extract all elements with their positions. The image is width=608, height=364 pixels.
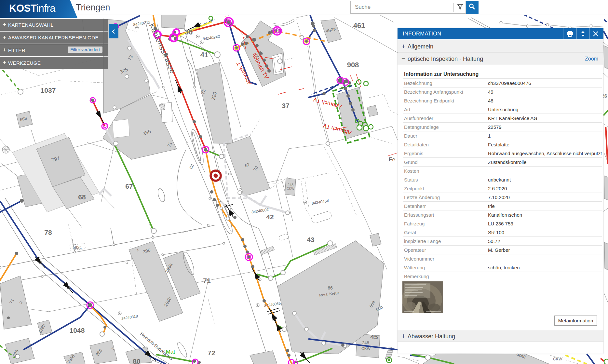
- svg-text:37: 37: [282, 102, 289, 109]
- svg-text:CKW: CKW: [361, 346, 371, 351]
- svg-text:4: 4: [340, 86, 343, 90]
- svg-text:78: 78: [44, 229, 52, 236]
- svg-text:66: 66: [328, 285, 333, 290]
- svg-text:36: 36: [185, 28, 193, 36]
- svg-text:Fe: Fe: [389, 156, 395, 163]
- svg-text:461: 461: [353, 21, 365, 30]
- svg-text:72: 72: [208, 349, 215, 357]
- svg-text:Mat: Mat: [166, 349, 175, 355]
- svg-text:45: 45: [370, 333, 378, 341]
- svg-text:1048: 1048: [70, 327, 85, 334]
- svg-text:CKW: CKW: [553, 357, 563, 361]
- svg-text:CKW: CKW: [287, 187, 294, 191]
- svg-text:43: 43: [307, 236, 314, 243]
- svg-text:67: 67: [125, 182, 133, 190]
- svg-text:71: 71: [203, 277, 211, 284]
- svg-text:1037: 1037: [41, 87, 56, 94]
- svg-text:248: 248: [362, 340, 369, 345]
- svg-text:41: 41: [200, 51, 208, 59]
- svg-text:248: 248: [288, 183, 293, 187]
- svg-text:908: 908: [347, 61, 359, 69]
- svg-text:592c: 592c: [73, 245, 82, 250]
- svg-text:42: 42: [266, 213, 274, 221]
- svg-text:68: 68: [78, 193, 86, 201]
- svg-text:80: 80: [133, 357, 140, 364]
